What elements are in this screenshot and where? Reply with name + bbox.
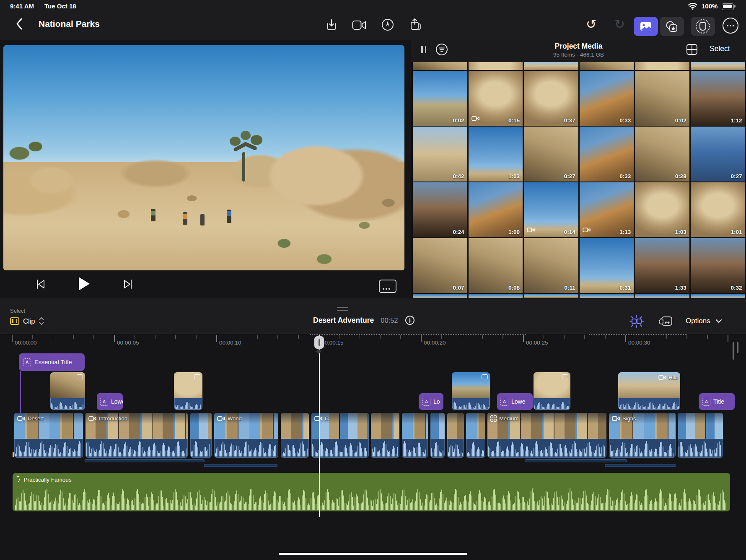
import-icon[interactable]: [325, 18, 338, 31]
connected-clip[interactable]: [452, 372, 490, 410]
media-thumbnail[interactable]: 0:07: [413, 238, 467, 293]
media-thumbnail[interactable]: 1:13: [580, 182, 634, 237]
connected-clip[interactable]: [534, 372, 570, 410]
primary-clip[interactable]: Desert: [14, 413, 83, 458]
media-thumbnail[interactable]: 0:37: [524, 71, 578, 126]
clip-duration: 1:33: [675, 285, 686, 291]
primary-clip[interactable]: Introduction: [85, 413, 188, 458]
media-select-button[interactable]: Select: [710, 44, 730, 53]
undo-button[interactable]: ↺: [586, 18, 596, 31]
primary-clip[interactable]: [190, 413, 212, 458]
audio-role-bar[interactable]: [85, 459, 205, 462]
play-button[interactable]: [78, 276, 91, 291]
connected-clip[interactable]: [50, 372, 85, 410]
redo-button[interactable]: ↻: [614, 18, 625, 31]
timeline-project-title: Desert Adventure: [313, 316, 374, 325]
title-chip[interactable]: ATitle: [699, 393, 735, 410]
primary-clip[interactable]: [466, 413, 485, 458]
media-thumbnail[interactable]: 0:33: [580, 127, 634, 181]
grid-view-icon[interactable]: [686, 44, 698, 55]
media-thumbnail[interactable]: [691, 294, 745, 298]
chevron-down-icon: [715, 319, 722, 323]
media-thumbnail[interactable]: 1:12: [691, 71, 745, 126]
skip-back-button[interactable]: [35, 279, 46, 290]
info-icon[interactable]: [405, 315, 415, 325]
primary-clip[interactable]: [430, 413, 445, 458]
media-thumbnail[interactable]: 0:32: [691, 238, 745, 293]
share-icon[interactable]: [409, 18, 422, 31]
primary-clip[interactable]: [678, 413, 723, 458]
media-thumbnail[interactable]: [635, 294, 689, 298]
title-chip[interactable]: ALowe: [97, 393, 123, 410]
playhead-handle[interactable]: [314, 336, 324, 349]
media-thumbnail[interactable]: [635, 62, 689, 70]
media-thumbnail[interactable]: 0:29: [635, 127, 689, 181]
titles-effects-button[interactable]: [660, 17, 684, 36]
primary-clip[interactable]: Wond: [214, 413, 278, 458]
project-title: National Parks: [39, 19, 100, 29]
media-thumbnail[interactable]: [469, 294, 523, 298]
music-clip[interactable]: ♪ Practically Famous: [13, 473, 730, 511]
primary-clip[interactable]: Medium -: [487, 413, 606, 458]
media-browser-button[interactable]: [634, 17, 658, 36]
viewer-display-options-icon[interactable]: [379, 280, 396, 293]
pencil-tools-icon[interactable]: [381, 18, 394, 31]
media-thumbnail[interactable]: [469, 62, 523, 70]
audio-role-bar[interactable]: [605, 464, 676, 467]
media-thumbnail[interactable]: 0:02: [635, 71, 689, 126]
back-button[interactable]: [16, 18, 23, 30]
timeline-drag-handle[interactable]: [337, 307, 348, 311]
primary-clip[interactable]: [281, 413, 309, 458]
connected-clip[interactable]: Hiki: [618, 372, 680, 410]
media-thumbnail[interactable]: 1:00: [469, 182, 523, 237]
media-thumbnail[interactable]: 1:03: [469, 127, 523, 181]
title-chip[interactable]: ALowe: [497, 393, 533, 410]
media-thumbnail[interactable]: 0:11: [524, 238, 578, 293]
status-bar: 9:41 AM Tue Oct 18 100%: [0, 0, 746, 13]
media-thumbnail[interactable]: [413, 62, 467, 70]
title-clip-label: Essential Title: [34, 359, 72, 366]
media-thumbnail[interactable]: [580, 294, 634, 298]
media-thumbnail[interactable]: 0:42: [413, 127, 467, 181]
media-thumbnail[interactable]: 1:33: [635, 238, 689, 293]
media-thumbnail[interactable]: 0:15: [469, 71, 523, 126]
timeline-toolbar: Select Clip Desert Adventure 00:52: [0, 298, 746, 334]
media-thumbnail[interactable]: 1:03: [635, 182, 689, 237]
background-tasks-icon[interactable]: [659, 315, 674, 328]
primary-clip[interactable]: [402, 413, 428, 458]
primary-clip[interactable]: Signs: [609, 413, 676, 458]
title-chip-label: Lo: [433, 398, 440, 405]
clip-mode-selector[interactable]: Clip: [10, 317, 44, 325]
audio-role-bar[interactable]: [204, 464, 277, 467]
hiker-backpack: [151, 211, 155, 215]
home-indicator[interactable]: [279, 553, 467, 555]
media-thumbnail[interactable]: 0:31: [580, 238, 634, 293]
connect-sync-icon[interactable]: [629, 314, 645, 329]
primary-clip[interactable]: [371, 413, 399, 458]
more-menu-button[interactable]: [723, 18, 738, 34]
skip-forward-button[interactable]: [122, 279, 133, 290]
media-thumbnail[interactable]: 0:27: [691, 127, 745, 181]
jog-wheel-button[interactable]: [691, 17, 715, 36]
media-thumbnail[interactable]: [524, 294, 578, 298]
media-thumbnail[interactable]: [413, 294, 467, 298]
media-thumbnail[interactable]: 1:01: [691, 182, 745, 237]
media-thumbnail[interactable]: 0:08: [469, 238, 523, 293]
title-clip[interactable]: AEssential Title: [19, 353, 85, 371]
media-thumbnail[interactable]: 0:27: [524, 127, 578, 181]
media-thumbnail[interactable]: 0:02: [413, 71, 467, 126]
media-thumbnail[interactable]: 0:33: [580, 71, 634, 126]
media-thumbnail[interactable]: [580, 62, 634, 70]
primary-clip[interactable]: C: [311, 413, 369, 458]
options-menu[interactable]: Options: [686, 317, 722, 325]
primary-clip[interactable]: [447, 413, 464, 458]
media-thumbnail[interactable]: [524, 62, 578, 70]
media-thumbnail[interactable]: 0:14: [524, 182, 578, 237]
media-thumbnail[interactable]: [691, 62, 745, 70]
title-chip[interactable]: ALo: [419, 393, 443, 410]
audio-role-bar[interactable]: [525, 459, 627, 462]
camera-icon[interactable]: [352, 20, 366, 30]
viewer-preview[interactable]: [3, 45, 404, 270]
connected-clip[interactable]: [174, 372, 202, 410]
media-thumbnail[interactable]: 0:24: [413, 182, 467, 237]
